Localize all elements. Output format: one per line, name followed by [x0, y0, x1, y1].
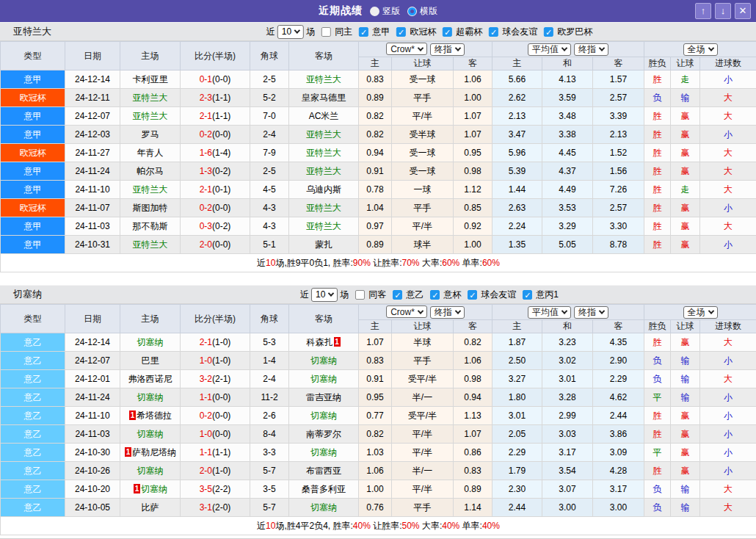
radio-vertical-label: 竖版 — [382, 5, 400, 18]
handicap-home-odds: 0.94 — [359, 144, 392, 162]
home-team: 1希塔德拉 — [120, 407, 181, 425]
avg-draw-odds: 4.49 — [542, 181, 593, 199]
avg-home-odds: 5.66 — [493, 70, 542, 89]
handicap-away-odds: 0.86 — [454, 444, 493, 462]
league-badge: 意甲 — [1, 162, 65, 181]
result-goals: 小 — [700, 407, 756, 425]
handicap-line: 半/一 — [392, 462, 454, 480]
odds-source-select-value: Crow* — [390, 44, 415, 54]
halftime-score: (2-1) — [212, 374, 230, 384]
league-badge: 意甲 — [1, 217, 65, 236]
avg-draw-odds: 3.00 — [542, 499, 593, 517]
filter-checkbox[interactable] — [355, 290, 365, 300]
scope-select[interactable]: 全场 — [683, 306, 718, 319]
match-date: 24-12-14 — [65, 70, 120, 89]
match-date: 24-10-20 — [65, 480, 120, 499]
filter-checkbox[interactable]: ✓ — [430, 290, 440, 300]
home-team-name: 那不勒斯 — [133, 221, 168, 231]
move-up-button[interactable]: ↑ — [695, 3, 711, 19]
avg-away-odds: 1.56 — [593, 162, 644, 181]
result-outcome: 胜 — [644, 407, 671, 425]
filter-checkbox[interactable]: ✓ — [443, 27, 452, 37]
result-outcome: 胜 — [644, 199, 671, 217]
odds-time-select[interactable]: 终指 — [430, 306, 465, 319]
fulltime-score: 2-1 — [200, 337, 212, 347]
odds-time-select[interactable]: 终指 — [430, 43, 465, 56]
result-goals: 大 — [700, 107, 756, 126]
fulltime-score: 0-1 — [200, 74, 212, 84]
avg-draw-odds: 3.54 — [542, 462, 593, 480]
match-date: 24-10-26 — [65, 462, 120, 480]
filter-checkbox[interactable]: ✓ — [489, 27, 498, 37]
odds-source-select[interactable]: Crow* — [386, 305, 427, 318]
odds-source-select[interactable]: Crow* — [386, 43, 427, 55]
away-team-name: 南蒂罗尔 — [306, 429, 341, 439]
filter-checkbox-label: 欧罗巴杯 — [557, 26, 592, 38]
away-team: 亚特兰大 — [289, 126, 359, 144]
handicap-away-odds: 1.14 — [454, 499, 493, 517]
fulltime-score: 2-3 — [200, 93, 212, 103]
filter-checkbox[interactable]: ✓ — [544, 27, 553, 37]
result-goals: 大 — [700, 217, 756, 236]
avg-away-odds: 4.35 — [593, 333, 644, 352]
handicap-line: 受平/半 — [392, 370, 454, 388]
avg-time-select[interactable]: 终指 — [574, 43, 608, 56]
filter-checkbox[interactable]: ✓ — [396, 27, 406, 37]
close-button[interactable]: ✕ — [735, 3, 751, 19]
sub-column-header: 和 — [542, 320, 593, 333]
filter-bar: 近10场同主✓意甲✓欧冠杯✓超霸杯✓球会友谊✓欧罗巴杯 — [266, 25, 592, 39]
handicap-home-odds: 0.91 — [359, 162, 392, 181]
filter-checkbox-label: 同主 — [335, 26, 352, 38]
filter-checkbox[interactable] — [321, 27, 331, 37]
avg-draw-odds: 3.29 — [542, 217, 593, 236]
away-team: 亚特兰大 — [289, 217, 359, 236]
column-header: 主场 — [120, 42, 181, 70]
sub-column-header: 客 — [454, 320, 493, 333]
result-outcome: 胜 — [644, 236, 671, 254]
score-cell: 0-2(0-0) — [181, 126, 250, 144]
match-row: 意甲24-12-03罗马0-2(0-0)2-4亚特兰大0.82受半球1.073.… — [1, 126, 756, 144]
fulltime-score: 0-2 — [200, 203, 212, 213]
handicap-home-odds: 0.78 — [359, 181, 392, 199]
filter-checkbox[interactable]: ✓ — [359, 27, 368, 37]
home-team-name: 萨勒尼塔纳 — [132, 447, 176, 457]
sub-column-header: 让球 — [392, 320, 454, 333]
score-cell: 1-1(0-0) — [181, 388, 250, 407]
league-badge: 欧冠杯 — [1, 144, 65, 162]
handicap-home-odds: 1.04 — [359, 199, 392, 217]
filter-checkbox-label: 意乙 — [406, 289, 424, 301]
handicap-line: 球半 — [392, 236, 454, 254]
home-team: 比萨 — [120, 499, 181, 517]
filter-checkbox[interactable]: ✓ — [523, 290, 532, 300]
match-count-select[interactable]: 10 — [277, 25, 304, 39]
avg-time-select[interactable]: 终指 — [574, 306, 608, 319]
summary-segment: 场,胜4平2负4, 胜率: — [275, 521, 352, 531]
handicap-away-odds: 0.82 — [454, 333, 493, 352]
filter-checkbox[interactable]: ✓ — [393, 290, 402, 300]
summary-segment: 70% — [402, 258, 420, 268]
radio-vertical-layout[interactable]: 竖版 — [370, 5, 400, 18]
avg-source-select[interactable]: 平均值 — [528, 43, 571, 56]
avg-source-select[interactable]: 平均值 — [528, 306, 571, 319]
result-goals: 大 — [700, 89, 756, 107]
handicap-away-odds: 1.00 — [454, 236, 493, 254]
match-count-select[interactable]: 10 — [311, 288, 338, 302]
scope-select-value: 全场 — [688, 306, 705, 319]
avg-home-odds: 1.80 — [493, 388, 542, 407]
home-team-name: 罗马 — [142, 129, 159, 140]
filter-checkbox[interactable]: ✓ — [468, 290, 477, 300]
handicap-home-odds: 0.97 — [359, 217, 392, 236]
avg-draw-odds: 2.99 — [542, 407, 593, 425]
score-cell: 1-1(1-1) — [181, 444, 250, 462]
handicap-line: 平手 — [392, 499, 454, 517]
avg-away-odds: 2.29 — [593, 370, 644, 388]
handicap-home-odds: 1.03 — [359, 444, 392, 462]
home-team: 罗马 — [120, 126, 181, 144]
league-badge: 欧冠杯 — [1, 89, 65, 107]
away-team-name: 皇家马德里 — [302, 93, 346, 103]
move-down-button[interactable]: ↓ — [715, 3, 731, 19]
radio-horizontal-layout[interactable]: 横版 — [407, 5, 437, 18]
handicap-away-odds: 1.07 — [454, 425, 493, 444]
scope-select[interactable]: 全场 — [683, 43, 718, 56]
table-head-row-groups: 类型日期主场比分(半场)角球客场Crow*终指平均值终指全场 — [1, 305, 756, 320]
